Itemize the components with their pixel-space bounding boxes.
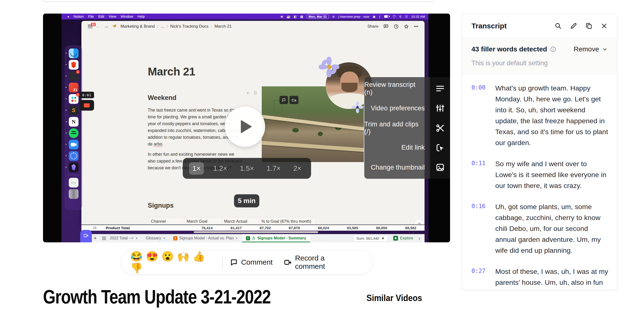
menu-item-change-thumbnail[interactable]: Change thumbnail: [364, 158, 430, 177]
breadcrumb-item[interactable]: ...: [161, 24, 164, 29]
edit-pencil-icon[interactable]: [570, 22, 577, 30]
emoji-reactions: 😂😍😮🙌👍👎: [130, 251, 218, 274]
more-options-icon: •••: [414, 24, 418, 29]
running-indicator: [66, 64, 66, 65]
sheets-tab-bar: + 2022 Total -->▼Glossary▼1Signups Model…: [82, 234, 424, 242]
emoji-reaction[interactable]: 😮: [161, 251, 174, 262]
menubar-time: 10:32 AM: [411, 15, 425, 18]
google-sheets-strip: 28 Product Total 76,41481,41787,70287,87…: [82, 224, 424, 242]
dock-item-finder[interactable]: [69, 48, 78, 58]
speed-option-1.2x[interactable]: 1.2×: [210, 162, 230, 175]
speed-option-1.7x[interactable]: 1.7×: [263, 162, 284, 175]
remove-dropdown[interactable]: Remove: [574, 45, 608, 53]
explore-button[interactable]: Explore: [393, 236, 413, 241]
sheet-value: 88,850: [358, 226, 387, 230]
breadcrumb-item[interactable]: March 21: [214, 24, 232, 29]
timestamp[interactable]: 0:27: [472, 266, 489, 290]
dock-item-notion[interactable]: N: [69, 117, 78, 127]
reactions-bar: 😂😍😮🙌👍👎 Comment Record a comment: [120, 250, 373, 275]
scroll-arrows[interactable]: ‹ ›: [409, 231, 415, 234]
dock-item-trash[interactable]: [69, 189, 78, 199]
transcript-lines-icon[interactable]: [430, 79, 450, 98]
transcript-entry[interactable]: 0:16Uh, got some plants, um, some cabbag…: [472, 201, 610, 256]
sheet-tab[interactable]: Glossary▼: [142, 234, 170, 242]
next-arrow[interactable]: ›: [418, 236, 420, 241]
dock-item-spotify[interactable]: [69, 128, 78, 138]
play-button[interactable]: [225, 107, 265, 147]
dock-item-slack[interactable]: 1: [69, 94, 78, 104]
horizontal-scrollbar[interactable]: [194, 231, 318, 233]
focus-icon: ⊘: [332, 15, 335, 18]
coffee-icon: ☕: [286, 15, 290, 18]
speed-option-1.5x[interactable]: 1.5×: [236, 162, 257, 175]
search-icon: ⚲: [399, 15, 402, 18]
top-search-bar-remnant[interactable]: [43, 0, 433, 2]
comment-button[interactable]: Comment: [230, 258, 273, 266]
dock-item-zoom[interactable]: [69, 140, 78, 150]
speed-option-2x[interactable]: 2×: [290, 162, 305, 175]
dock-item-s-app[interactable]: S: [69, 106, 78, 115]
video-player[interactable]: ●NotionFileEditViewWindowHelp ❀☕◧▦Mon, M…: [43, 13, 450, 242]
dock-glyph: N: [72, 119, 76, 125]
dock-glyph: S: [72, 107, 76, 114]
window-icon: ◧: [294, 15, 297, 18]
breadcrumb-item[interactable]: Marketing & Brand: [120, 24, 155, 29]
breadcrumb-item[interactable]: Nick's Tracking Docs: [170, 24, 208, 29]
record-comment-button[interactable]: Record a comment: [284, 254, 352, 271]
transcript-entry[interactable]: 0:00What's up growth team. Happy Monday.…: [472, 83, 610, 148]
playback-speed-bar: 1×1.2×1.5×1.7×2×: [183, 158, 311, 179]
sliders-icon[interactable]: [430, 98, 450, 118]
share-button: Share: [368, 24, 378, 29]
video-context-menu-icons: [430, 77, 450, 179]
running-indicator: [66, 75, 66, 76]
loom-camera-bubble: [80, 230, 92, 242]
emoji-reaction[interactable]: 👎: [130, 263, 143, 274]
all-sheets-icon[interactable]: [102, 237, 106, 240]
notification-badge: 1: [76, 93, 80, 97]
explore-icon: [393, 236, 398, 241]
timestamp[interactable]: 0:11: [472, 158, 489, 191]
sheet-tab[interactable]: 1Signups Model - Actual vs. Plan▼: [170, 234, 242, 242]
emoji-reaction[interactable]: 😂: [130, 251, 143, 262]
sheets-row: 28 Product Total 76,41481,41787,70287,87…: [82, 224, 424, 231]
sheet-tab-label: 2022 Total -->: [110, 236, 134, 240]
video-camera-icon: [284, 258, 292, 266]
sum-dropdown[interactable]: Sum: 561,440▼: [353, 235, 388, 242]
sheet-tab[interactable]: 2022 Total -->▼: [106, 234, 142, 242]
dock-item-brave[interactable]: [69, 60, 78, 70]
close-icon[interactable]: [600, 22, 608, 30]
emoji-reaction[interactable]: 🙌: [177, 251, 189, 262]
timestamp[interactable]: 0:00: [472, 83, 489, 148]
running-indicator: [66, 144, 66, 145]
dock-item-obsidian[interactable]: [69, 162, 78, 172]
dock-item-signal[interactable]: [69, 151, 78, 161]
timestamp[interactable]: 0:16: [472, 201, 489, 256]
menu-item-edit-link[interactable]: Edit link: [364, 138, 430, 157]
menu-item-video-preferences[interactable]: Video preferences: [364, 98, 430, 118]
search-icon[interactable]: [554, 22, 562, 30]
transcript-entry[interactable]: 0:11So my wife and I went over to Lowe's…: [472, 158, 610, 191]
menubar-item-file: File: [88, 14, 94, 18]
row-number: 28: [93, 226, 96, 230]
transcript-header: Transcript: [462, 14, 617, 38]
stop-icon: [84, 103, 90, 108]
copy-icon[interactable]: [585, 22, 592, 30]
dock-item-layers[interactable]: 1: [69, 71, 78, 81]
dock-item-calendar[interactable]: 21: [69, 83, 78, 92]
image-icon[interactable]: [430, 158, 450, 177]
calendar-icon: ▦: [300, 15, 303, 18]
emoji-reaction[interactable]: 😍: [146, 251, 158, 262]
menu-item-trim-and-add-clips[interactable]: Trim and add clips (/): [364, 118, 430, 138]
cursor-link-icon[interactable]: [430, 138, 450, 157]
transcript-entry[interactable]: 0:27Most of these, I was, uh, I was at m…: [472, 266, 610, 290]
sheet-tab[interactable]: 1Signups Model - Summary: [242, 234, 310, 242]
sidebar-toggle-icon: 13: [88, 25, 92, 28]
info-icon[interactable]: [550, 46, 556, 52]
sheet-value: 88,024: [300, 226, 329, 230]
emoji-reaction[interactable]: 👍: [193, 251, 205, 262]
scissors-icon[interactable]: [430, 118, 450, 138]
add-sheet-button[interactable]: +: [94, 235, 97, 241]
dock-item-downloads[interactable]: DOCK: [69, 178, 78, 187]
menu-item-review-transcript-n[interactable]: Review transcript (n): [364, 79, 430, 98]
speed-option-1x[interactable]: 1×: [189, 162, 204, 175]
